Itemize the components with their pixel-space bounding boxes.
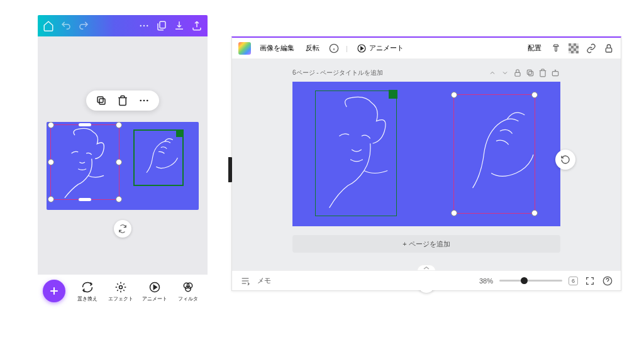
duplicate-icon[interactable]: [95, 94, 108, 107]
desktop-editor-panel: 画像を編集 反転 | アニメート 配置 6ページ - ページタイトルを追加: [231, 36, 621, 291]
resize-handle[interactable]: [451, 92, 457, 98]
svg-point-8: [147, 100, 148, 102]
svg-rect-5: [97, 97, 103, 102]
zoom-value[interactable]: 38%: [479, 277, 493, 285]
edit-image-button[interactable]: 画像を編集: [257, 42, 297, 54]
effect-button[interactable]: エフェクト: [104, 280, 138, 302]
mobile-top-toolbar: [38, 15, 208, 36]
home-icon[interactable]: [43, 20, 54, 31]
resize-handle[interactable]: [451, 210, 457, 216]
desktop-toolbar: 画像を編集 反転 | アニメート 配置: [232, 38, 621, 59]
desktop-bottom-bar: メモ 38% 6: [232, 270, 621, 290]
svg-rect-18: [574, 43, 576, 46]
selection-context-bar: [86, 90, 159, 111]
resize-handle[interactable]: [48, 196, 54, 202]
svg-rect-28: [527, 70, 531, 74]
animate-button[interactable]: アニメート: [138, 280, 172, 302]
resize-handle[interactable]: [48, 159, 54, 165]
svg-rect-23: [571, 51, 574, 53]
animate-label: アニメート: [142, 295, 167, 302]
svg-point-6: [140, 100, 142, 102]
page-count-badge[interactable]: 6: [569, 277, 578, 285]
animate-button[interactable]: アニメート: [354, 42, 406, 55]
svg-rect-27: [529, 72, 533, 76]
mobile-canvas-container: [47, 122, 199, 210]
replace-label: 置き換え: [77, 295, 97, 302]
desktop-canvas[interactable]: [292, 82, 560, 226]
svg-rect-17: [569, 43, 571, 46]
add-page-above-icon[interactable]: [550, 68, 560, 78]
svg-point-2: [147, 25, 148, 26]
animate-label: アニメート: [369, 43, 404, 53]
info-icon[interactable]: [328, 43, 340, 54]
resize-handle[interactable]: [116, 122, 122, 128]
memo-label[interactable]: メモ: [257, 276, 271, 285]
collapse-icon[interactable]: [487, 68, 497, 78]
resize-handle[interactable]: [79, 198, 91, 201]
svg-rect-29: [552, 72, 558, 76]
svg-point-12: [187, 283, 192, 288]
expand-icon[interactable]: [500, 68, 510, 78]
download-icon[interactable]: [174, 20, 185, 31]
lock-page-icon[interactable]: [513, 68, 523, 78]
filter-label: フィルタ: [178, 295, 198, 302]
delete-page-icon[interactable]: [538, 68, 548, 78]
svg-point-9: [119, 285, 123, 288]
link-icon[interactable]: [586, 43, 597, 54]
notes-icon[interactable]: [240, 275, 251, 287]
svg-rect-3: [160, 21, 165, 28]
position-button[interactable]: 配置: [525, 42, 544, 54]
lock-icon[interactable]: [603, 43, 614, 54]
rotate-button[interactable]: [555, 150, 575, 170]
duplicate-page-icon[interactable]: [525, 68, 535, 78]
fullscreen-icon[interactable]: [584, 275, 596, 287]
selection-box[interactable]: [453, 94, 535, 214]
page-title-label[interactable]: 6ページ - ページタイトルを追加: [292, 69, 383, 77]
copy-pages-icon[interactable]: [156, 20, 167, 31]
svg-point-0: [140, 25, 142, 26]
add-fab[interactable]: [43, 280, 65, 302]
svg-rect-21: [569, 48, 571, 51]
svg-rect-4: [99, 99, 105, 104]
resize-handle[interactable]: [48, 122, 54, 128]
share-icon[interactable]: [191, 20, 203, 31]
color-swatch[interactable]: [238, 42, 251, 55]
zoom-slider[interactable]: [499, 280, 562, 282]
canvas[interactable]: [47, 122, 199, 210]
page-header: 6ページ - ページタイトルを追加: [292, 59, 560, 82]
resize-handle[interactable]: [531, 92, 538, 98]
add-page-button[interactable]: + ページを追加: [292, 235, 560, 253]
svg-rect-22: [574, 48, 576, 51]
undo-icon[interactable]: [60, 20, 72, 31]
effect-icon: [114, 280, 128, 294]
selection-box[interactable]: [50, 124, 119, 200]
svg-rect-25: [606, 48, 611, 52]
filter-icon: [181, 280, 195, 294]
sync-icon[interactable]: [114, 220, 131, 238]
crop-box[interactable]: [133, 129, 184, 186]
resize-handle[interactable]: [531, 210, 538, 216]
slider-thumb[interactable]: [521, 277, 528, 284]
mobile-bottom-bar: 置き換え エフェクト アニメート フィルタ: [38, 275, 208, 307]
svg-rect-24: [576, 51, 579, 53]
copy-style-icon[interactable]: [550, 43, 562, 54]
crop-box[interactable]: [315, 90, 397, 216]
replace-button[interactable]: 置き換え: [70, 280, 104, 302]
help-icon[interactable]: [602, 275, 613, 287]
resize-handle[interactable]: [116, 159, 122, 165]
more-icon[interactable]: [138, 20, 150, 31]
more-options-icon[interactable]: [138, 94, 150, 107]
svg-rect-19: [571, 46, 574, 48]
svg-point-13: [186, 286, 191, 291]
effect-label: エフェクト: [108, 295, 133, 302]
delete-icon[interactable]: [116, 94, 129, 107]
flip-button[interactable]: 反転: [303, 42, 322, 54]
resize-handle[interactable]: [116, 196, 122, 202]
svg-point-7: [143, 100, 145, 102]
mobile-editor-panel: 置き換え エフェクト アニメート フィルタ: [38, 15, 208, 307]
resize-handle[interactable]: [79, 123, 91, 126]
transparency-icon[interactable]: [568, 43, 579, 54]
redo-icon[interactable]: [78, 20, 89, 31]
svg-rect-20: [576, 46, 579, 48]
filter-button[interactable]: フィルタ: [172, 280, 206, 302]
